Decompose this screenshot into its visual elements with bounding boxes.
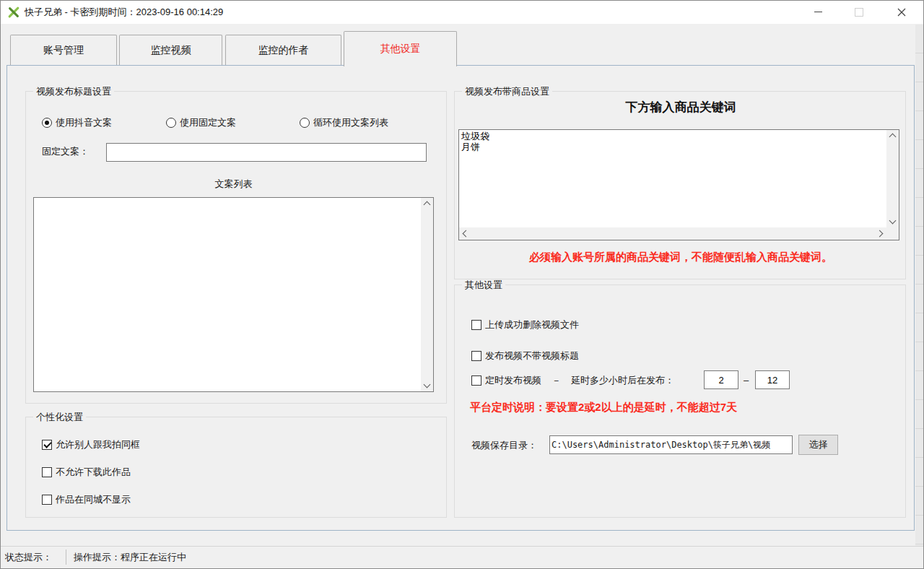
radio-label: 使用抖音文案 [56,116,112,129]
keywords-textarea[interactable]: 垃圾袋 月饼 [459,130,891,229]
checkbox-box[interactable] [471,351,481,361]
tab-other-settings[interactable]: 其他设置 [344,31,457,66]
radio-use-douyin-copy[interactable]: 使用抖音文案 [42,116,112,129]
checkbox-label: 作品在同城不显示 [56,493,131,506]
delay-to-input[interactable] [755,370,790,389]
checkbox-box[interactable] [42,467,52,477]
timing-note: 平台定时说明：要设置2或2以上的是延时，不能超过7天 [470,401,737,414]
status-bar: 状态提示： 操作提示：程序正在运行中 [1,546,923,568]
radio-dot[interactable] [300,118,310,128]
group-label: 个性化设置 [33,412,86,422]
status-separator [66,550,66,565]
radio-label: 使用固定文案 [180,116,236,129]
tab-account-management[interactable]: 账号管理 [10,35,117,65]
group-video-title-settings: 视频发布标题设置 使用抖音文案 使用固定文案 循环使用文案列表 固定文案： 文案… [25,91,447,404]
vertical-scrollbar[interactable] [886,130,899,227]
save-dir-input[interactable]: C:\Users\Administrator\Desktop\筷子兄弟\视频 [549,435,793,454]
save-dir-label: 视频保存目录： [471,439,537,452]
fixed-copy-label: 固定文案： [42,145,89,158]
scroll-up-icon[interactable] [889,134,897,141]
radio-cycle-copy-list[interactable]: 循环使用文案列表 [300,116,388,129]
group-label: 视频发布带商品设置 [462,86,552,97]
delay-hours-label: 延时多少小时后在发布： [571,374,674,387]
keywords-textarea-frame: 垃圾袋 月饼 [458,129,899,240]
checkbox-box[interactable] [471,320,481,330]
copy-list-textarea[interactable] [34,198,425,393]
checkbox-label: 发布视频不带视频标题 [485,349,579,362]
checkbox-label: 不允许下载此作品 [56,466,131,479]
horizontal-scrollbar[interactable] [459,227,886,240]
radio-label: 循环使用文案列表 [313,116,388,129]
radio-dot[interactable] [166,118,176,128]
tab-monitor-videos[interactable]: 监控视频 [119,35,222,65]
minimize-button[interactable] [802,1,834,23]
group-product-settings: 视频发布带商品设置 下方输入商品关键词 垃圾袋 月饼 必须输入账号所属的商品关键… [454,91,906,279]
maximize-button[interactable] [842,1,875,23]
fixed-copy-input[interactable] [106,143,427,162]
close-icon [897,8,906,17]
group-personalization: 个性化设置 允许别人跟我拍同框 不允许下载此作品 作品在同城不显示 [25,417,447,518]
delay-from-input[interactable] [704,370,738,389]
tab-page-other-settings: 视频发布标题设置 使用抖音文案 使用固定文案 循环使用文案列表 固定文案： 文案… [6,65,915,531]
scroll-up-icon[interactable] [424,201,431,209]
checkbox-delete-after-upload[interactable]: 上传成功删除视频文件 [471,318,579,331]
keywords-hint: 下方输入商品关键词 [455,99,907,116]
background-artifact [915,25,924,548]
scroll-right-icon[interactable] [876,230,884,238]
group-label: 其他设置 [462,279,505,290]
close-button[interactable] [885,1,918,23]
window-title: 快子兄弟 - 卡密到期时间：2023-09-16 00:14:29 [25,1,223,24]
scrollbar-corner [886,227,899,240]
checkbox-hide-in-city[interactable]: 作品在同城不显示 [42,493,131,506]
minimize-icon [814,12,822,12]
copy-list-textarea-frame [33,197,434,392]
title-bar: 快子兄弟 - 卡密到期时间：2023-09-16 00:14:29 [1,1,923,24]
group-label: 视频发布标题设置 [33,86,114,97]
checkbox-disallow-download[interactable]: 不允许下载此作品 [42,466,131,479]
scroll-down-icon[interactable] [424,381,431,388]
choose-folder-button[interactable]: 选择 [798,435,838,455]
scroll-left-icon[interactable] [463,230,470,238]
checkbox-allow-duet[interactable]: 允许别人跟我拍同框 [42,438,140,451]
vertical-scrollbar[interactable] [421,198,433,391]
checkbox-box[interactable] [42,495,52,505]
tab-monitored-authors[interactable]: 监控的作者 [225,35,341,65]
app-icon [7,6,20,19]
copy-list-label: 文案列表 [33,178,434,191]
separator-text: － [552,374,561,387]
radio-use-fixed-copy[interactable]: 使用固定文案 [166,116,236,129]
keywords-warning: 必须输入账号所属的商品关键词，不能随便乱输入商品关键词。 [455,251,907,264]
checkbox-box[interactable] [471,375,481,386]
radio-dot[interactable] [42,118,52,128]
checkbox-label: 定时发布视频 [485,374,541,387]
operation-hint: 操作提示：程序正在运行中 [74,547,186,568]
status-label: 状态提示： [5,547,52,568]
checkbox-box[interactable] [42,440,52,450]
maximize-icon [855,8,863,17]
checkbox-label: 允许别人跟我拍同框 [56,438,140,451]
checkbox-label: 上传成功删除视频文件 [485,318,579,331]
scroll-down-icon[interactable] [889,217,897,225]
app-window: 快子兄弟 - 卡密到期时间：2023-09-16 00:14:29 账号管理 监… [0,0,924,569]
group-other-settings: 其他设置 上传成功删除视频文件 发布视频不带视频标题 定时发布视频 － 延时多少… [454,284,906,518]
checkbox-publish-without-title[interactable]: 发布视频不带视频标题 [471,349,579,362]
checkbox-scheduled-publish[interactable]: 定时发布视频 － 延时多少小时后在发布： [471,374,674,387]
range-dash: – [744,375,749,386]
